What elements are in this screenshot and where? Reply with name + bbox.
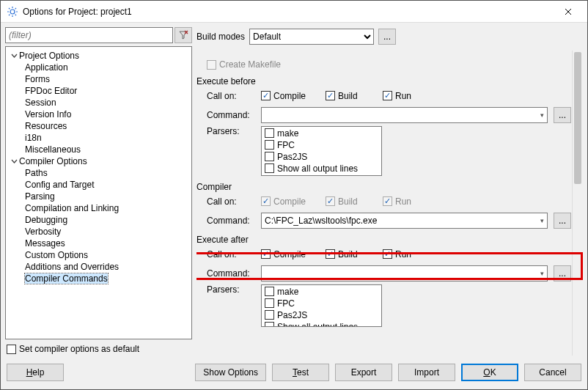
- exec-before-command-combo[interactable]: ▾: [261, 107, 548, 123]
- callon-label: Call on:: [207, 91, 255, 101]
- tree-item[interactable]: Verbosity: [7, 226, 190, 238]
- options-dialog: Options for Project: project1: [0, 0, 588, 390]
- compiler-build-checkbox: Build: [326, 196, 377, 207]
- parser-item[interactable]: make: [265, 287, 378, 297]
- filter-row: [5, 27, 192, 43]
- parser-item[interactable]: Show all output lines: [265, 163, 378, 174]
- build-modes-label: Build modes: [196, 32, 245, 42]
- tree-group-label: Project Options: [19, 51, 79, 61]
- scrollbar-thumb[interactable]: [574, 52, 581, 184]
- help-button[interactable]: Help: [7, 364, 64, 381]
- parser-item[interactable]: FPC: [265, 298, 378, 309]
- exec-before-run-checkbox[interactable]: Run: [383, 91, 411, 101]
- vertical-scrollbar[interactable]: [572, 51, 583, 356]
- compiler-command-combo[interactable]: C:\FPC_Laz\wsltools\fpc.exe ▾: [261, 213, 548, 229]
- set-default-label: Set compiler options as default: [19, 344, 139, 354]
- tree-item[interactable]: Session: [7, 97, 190, 108]
- test-button[interactable]: Test: [272, 364, 329, 381]
- export-button[interactable]: Export: [335, 364, 392, 381]
- right-scroll: Create Makefile Execute before Call on: …: [196, 51, 583, 356]
- ok-button[interactable]: OK: [461, 364, 518, 381]
- button-row: Help Show Options Test Export Import OK …: [5, 360, 583, 385]
- callon-label: Call on:: [207, 249, 255, 260]
- create-makefile-checkbox: Create Makefile: [207, 59, 281, 70]
- right-content: Create Makefile Execute before Call on: …: [196, 51, 583, 356]
- tree-item[interactable]: Forms: [7, 73, 190, 85]
- tree-group-label: Compiler Options: [19, 156, 87, 166]
- tree-item[interactable]: Config and Target: [7, 179, 190, 191]
- chevron-down-icon: ▾: [540, 270, 544, 277]
- cancel-button[interactable]: Cancel: [524, 364, 581, 381]
- tree-item[interactable]: i18n: [7, 132, 190, 144]
- compiler-compile-checkbox: Compile: [261, 196, 320, 207]
- command-label: Command:: [207, 110, 255, 120]
- filter-input[interactable]: [5, 27, 173, 43]
- tree-item[interactable]: Miscellaneous: [7, 144, 190, 155]
- tree-item[interactable]: FPDoc Editor: [7, 85, 190, 97]
- parser-item[interactable]: Pas2JS: [265, 310, 378, 320]
- compiler-command-value: C:\FPC_Laz\wsltools\fpc.exe: [265, 216, 377, 226]
- compiler-command-browse[interactable]: ...: [554, 213, 571, 229]
- chevron-down-icon: [9, 158, 19, 165]
- right-pane: Build modes Default ... Create Makefile …: [196, 27, 583, 356]
- exec-after-run-checkbox[interactable]: Run: [383, 249, 411, 260]
- parser-item[interactable]: Pas2JS: [265, 152, 378, 162]
- parsers-label: Parsers:: [207, 126, 255, 136]
- exec-before-parsers-list[interactable]: make FPC Pas2JS Show all output lines: [261, 126, 382, 176]
- parsers-label: Parsers:: [207, 284, 255, 295]
- compiler-title: Compiler: [196, 177, 571, 192]
- exec-before-compile-checkbox[interactable]: Compile: [261, 91, 320, 101]
- show-options-button[interactable]: Show Options: [195, 364, 266, 381]
- command-label: Command:: [207, 268, 255, 279]
- chevron-down-icon: [9, 53, 19, 59]
- exec-after-command-browse[interactable]: ...: [554, 265, 571, 282]
- tree-group-header[interactable]: Compiler Options: [7, 155, 190, 167]
- execute-before-title: Execute before: [196, 72, 571, 87]
- chevron-down-icon: ▾: [540, 111, 544, 119]
- exec-after-command-combo[interactable]: ▾: [261, 265, 548, 282]
- chevron-down-icon: ▾: [540, 217, 544, 224]
- tree-group-header[interactable]: Project Options: [7, 50, 190, 62]
- build-modes-more-button[interactable]: ...: [378, 29, 396, 45]
- window-title: Options for Project: project1: [23, 7, 551, 17]
- callon-label: Call on:: [207, 196, 255, 207]
- command-label: Command:: [207, 216, 255, 226]
- compiler-run-checkbox: Run: [383, 196, 411, 207]
- exec-after-compile-checkbox[interactable]: Compile: [261, 249, 320, 260]
- tree-item[interactable]: Resources: [7, 120, 190, 132]
- tree-item[interactable]: Additions and Overrides: [7, 261, 190, 273]
- build-modes-select[interactable]: Default: [249, 29, 374, 45]
- tree-group-project-options: Project Options Application Forms FPDoc …: [7, 50, 190, 155]
- options-tree[interactable]: Project Options Application Forms FPDoc …: [5, 46, 192, 339]
- exec-before-build-checkbox[interactable]: Build: [326, 91, 377, 101]
- execute-after-title: Execute after: [196, 230, 571, 245]
- tree-item[interactable]: Paths: [7, 167, 190, 179]
- main-area: Project Options Application Forms FPDoc …: [5, 27, 583, 356]
- close-button[interactable]: [551, 1, 584, 22]
- parser-item[interactable]: FPC: [265, 140, 378, 150]
- import-button[interactable]: Import: [398, 364, 455, 381]
- tree-item[interactable]: Custom Options: [7, 249, 190, 261]
- tree-item[interactable]: Application: [7, 62, 190, 73]
- tree-item[interactable]: Messages: [7, 238, 190, 249]
- tree-item[interactable]: Parsing: [7, 191, 190, 202]
- create-makefile-label: Create Makefile: [219, 59, 281, 70]
- tree-item-compiler-commands[interactable]: Compiler Commands: [7, 273, 190, 284]
- tree-group-compiler-options: Compiler Options Paths Config and Target…: [7, 155, 190, 284]
- parser-item[interactable]: make: [265, 128, 378, 139]
- exec-after-build-checkbox[interactable]: Build: [326, 249, 377, 260]
- tree-item[interactable]: Version Info: [7, 108, 190, 120]
- left-pane: Project Options Application Forms FPDoc …: [5, 27, 192, 356]
- set-default-checkbox[interactable]: Set compiler options as default: [5, 342, 192, 356]
- clear-filter-button[interactable]: [174, 27, 192, 43]
- exec-before-command-browse[interactable]: ...: [554, 107, 571, 123]
- build-modes-row: Build modes Default ...: [196, 27, 583, 46]
- exec-after-parsers-list[interactable]: make FPC Pas2JS Show all output lines: [261, 284, 382, 327]
- tree-item[interactable]: Debugging: [7, 214, 190, 226]
- titlebar: Options for Project: project1: [1, 1, 587, 23]
- svg-point-0: [10, 10, 15, 14]
- app-icon: [7, 6, 18, 18]
- parser-item[interactable]: Show all output lines: [265, 322, 378, 327]
- dialog-body: Project Options Application Forms FPDoc …: [1, 23, 587, 389]
- tree-item[interactable]: Compilation and Linking: [7, 202, 190, 214]
